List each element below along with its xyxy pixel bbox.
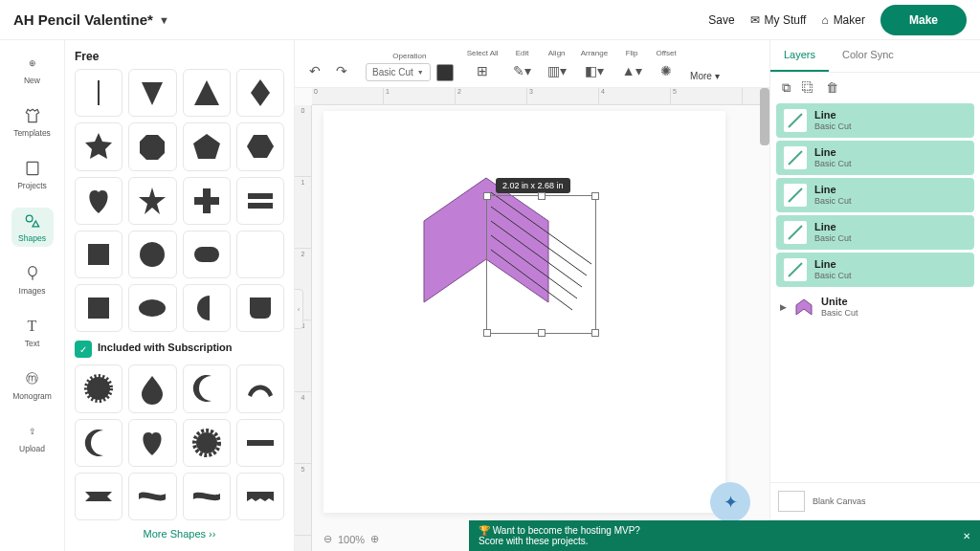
shape-diamond[interactable] — [236, 69, 284, 117]
tab-colorsync[interactable]: Color Sync — [829, 40, 907, 72]
mystuff-link[interactable]: ✉My Stuff — [750, 13, 807, 27]
shape-banner[interactable] — [236, 473, 284, 520]
chevron-right-icon: ▶ — [780, 302, 787, 312]
zoom-control[interactable]: ⊖ 100% ⊕ — [323, 533, 379, 545]
more-menu[interactable]: More ▾ — [690, 71, 720, 81]
close-icon[interactable]: ✕ — [963, 531, 970, 541]
make-button[interactable]: Make — [880, 5, 967, 35]
rail-upload[interactable]: ⇪Upload — [11, 418, 54, 457]
rail-images[interactable]: Images — [11, 260, 54, 299]
layer-unite[interactable]: ▶UniteBasic Cut — [776, 290, 974, 324]
zoom-out-icon[interactable]: ⊖ — [323, 533, 332, 545]
shape-wave[interactable] — [183, 473, 231, 520]
layer-thumb — [784, 109, 807, 132]
promo-toast[interactable]: 🏆 Want to become the hosting MVP? Score … — [469, 520, 980, 551]
shape-crescent[interactable] — [183, 364, 231, 412]
shape-wave-ribbon[interactable] — [128, 473, 176, 520]
layer-item[interactable]: LineBasic Cut — [776, 178, 974, 212]
rail-new[interactable]: ⊕New — [11, 50, 54, 89]
blank-canvas-row[interactable]: Blank Canvas — [770, 482, 980, 519]
shape-drop[interactable] — [128, 364, 176, 412]
scrollbar-vertical[interactable] — [760, 88, 769, 145]
shape-equals[interactable] — [236, 177, 284, 225]
shape-circle[interactable] — [128, 231, 176, 278]
edit-group[interactable]: Edit✎▾ — [512, 49, 533, 81]
shape-arc[interactable] — [236, 364, 284, 412]
operation-select[interactable]: Basic Cut▼ — [366, 63, 431, 81]
group-icon[interactable]: ⧉ — [782, 80, 791, 96]
shape-bar[interactable] — [236, 419, 284, 467]
rail-monogram[interactable]: ⓜMonogram — [11, 365, 54, 405]
shape-tab[interactable] — [236, 284, 284, 332]
duplicate-icon[interactable]: ⿻ — [802, 80, 814, 96]
layer-item[interactable]: LineBasic Cut — [776, 141, 974, 175]
shape-ellipse[interactable] — [128, 284, 176, 332]
shape-hexagon[interactable] — [236, 122, 284, 170]
redo-button[interactable]: ↷ — [331, 60, 352, 81]
shape-burst[interactable] — [75, 364, 122, 412]
delete-icon[interactable]: 🗑 — [826, 80, 838, 96]
save-link[interactable]: Save — [708, 13, 734, 27]
shape-plus[interactable] — [183, 177, 231, 225]
shape-heart2[interactable] — [128, 419, 176, 467]
handle-b[interactable] — [538, 329, 546, 337]
layer-item[interactable]: LineBasic Cut — [776, 215, 974, 250]
layer-thumb — [784, 184, 807, 207]
rail-shapes[interactable]: Shapes — [11, 208, 54, 247]
handle-tr[interactable] — [591, 192, 599, 200]
align-icon: ▥▾ — [546, 60, 568, 81]
shape-square[interactable] — [75, 231, 122, 278]
offset-icon: ✺ — [656, 60, 677, 81]
handle-t[interactable] — [538, 192, 546, 200]
shape-ribbon[interactable] — [75, 473, 122, 520]
rail-templates[interactable]: Templates — [11, 102, 54, 142]
color-swatch[interactable] — [436, 64, 454, 81]
tab-layers[interactable]: Layers — [770, 40, 829, 72]
subscription-badge-icon: ✓ — [75, 341, 92, 358]
panel-tabs: Layers Color Sync — [770, 40, 980, 73]
svg-rect-14 — [247, 440, 274, 446]
shape-octagon[interactable] — [128, 122, 176, 170]
shape-seal[interactable] — [183, 419, 231, 467]
layer-item[interactable]: LineBasic Cut — [776, 253, 974, 287]
flip-group[interactable]: Flip▲▾ — [621, 49, 642, 81]
layer-item[interactable]: LineBasic Cut — [776, 103, 974, 138]
shape-star[interactable] — [75, 122, 122, 170]
select-all-group[interactable]: Select All⊞ — [467, 49, 499, 81]
project-title-text: AH Pencil Valentine* — [13, 11, 153, 28]
shape-line[interactable] — [75, 69, 122, 117]
handle-br[interactable] — [591, 329, 599, 337]
selection-box[interactable] — [486, 195, 596, 334]
shapes-icon — [23, 211, 42, 231]
ai-fab[interactable]: ✦ — [710, 482, 750, 522]
subscription-heading: ✓ Included with Subscription — [75, 340, 284, 359]
handle-tl[interactable] — [483, 192, 491, 200]
align-group[interactable]: Align▥▾ — [546, 49, 568, 81]
canvas[interactable]: 012345 012345 2.02 in x 2.68 in — [295, 88, 769, 551]
rail-projects[interactable]: Projects — [11, 155, 54, 194]
shape-crescent2[interactable] — [75, 419, 122, 467]
svg-line-24 — [789, 263, 802, 276]
mail-icon: ✉ — [750, 13, 760, 27]
shape-triangle-up[interactable] — [183, 69, 231, 117]
shape-star-outline[interactable] — [128, 177, 176, 225]
shape-square2[interactable] — [75, 284, 122, 332]
panel-collapse-tab[interactable]: ‹ — [295, 289, 303, 329]
project-title[interactable]: AH Pencil Valentine* ▼ — [13, 11, 169, 28]
arrange-group[interactable]: Arrange◧▾ — [581, 49, 608, 81]
shape-half-circle[interactable] — [183, 284, 231, 332]
shape-blank[interactable] — [236, 231, 284, 278]
handle-bl[interactable] — [483, 329, 491, 337]
zoom-in-icon[interactable]: ⊕ — [370, 533, 379, 545]
shape-pentagon[interactable] — [183, 122, 231, 170]
rail-text[interactable]: TText — [11, 313, 54, 352]
undo-button[interactable]: ↶ — [304, 60, 325, 81]
maker-link[interactable]: ⌂Maker — [821, 13, 865, 27]
svg-line-21 — [789, 151, 802, 165]
offset-group[interactable]: Offset✺ — [656, 49, 677, 81]
artboard[interactable]: 2.02 in x 2.68 in — [323, 111, 725, 513]
shape-rounded-rect[interactable] — [183, 231, 231, 278]
shape-heart[interactable] — [75, 177, 122, 225]
shape-triangle-down[interactable] — [128, 69, 176, 117]
more-shapes-link[interactable]: More Shapes ›› — [65, 522, 294, 545]
